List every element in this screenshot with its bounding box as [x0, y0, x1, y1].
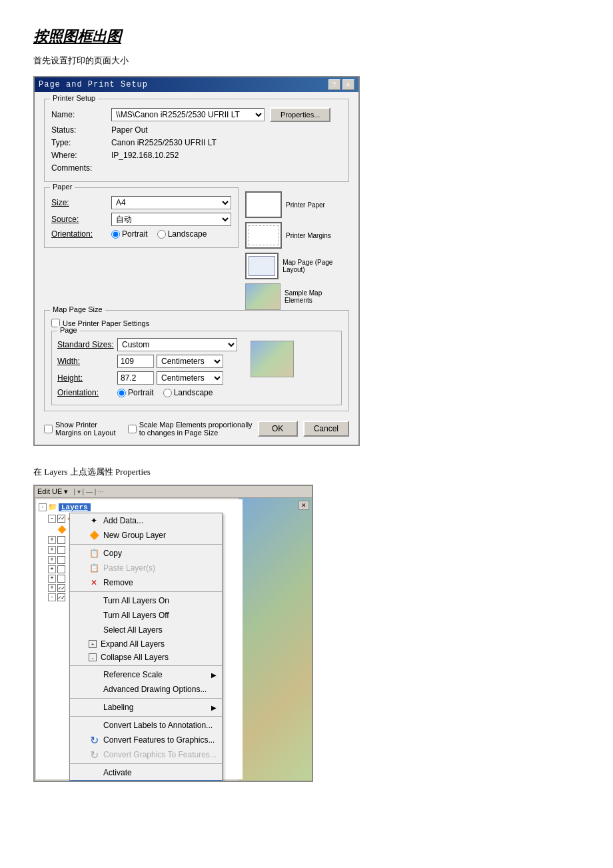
width-input[interactable]	[117, 355, 154, 368]
menu-convert-features-label: Convert Features to Graphics...	[103, 735, 215, 745]
tree-expand-8[interactable]: -	[48, 593, 56, 601]
close-layers-btn[interactable]: ✕	[299, 501, 309, 510]
menu-new-group[interactable]: 🔶 New Group Layer	[70, 528, 222, 543]
portrait-radio[interactable]	[111, 230, 120, 239]
menu-select-all[interactable]: Select All Layers	[70, 623, 222, 637]
menu-add-data[interactable]: ✦ Add Data...	[70, 513, 222, 528]
tree-expand-4[interactable]: +	[48, 556, 56, 564]
select-all-icon	[89, 625, 99, 635]
menu-paste: 📋 Paste Layer(s)	[70, 561, 222, 575]
printer-margins-label: Printer Margins	[286, 232, 331, 239]
menu-copy-label: Copy	[103, 549, 122, 558]
copy-menu-icon: 📋	[89, 548, 99, 559]
menu-reference-scale[interactable]: Reference Scale ▶	[70, 667, 222, 682]
tree-expand-1[interactable]: -	[48, 515, 56, 523]
menu-add-data-label: Add Data...	[103, 516, 143, 525]
close-dialog-btn[interactable]: ✕	[342, 79, 354, 90]
tree-cb-2[interactable]	[57, 536, 65, 544]
convert-features-icon: ↻	[89, 735, 99, 745]
labeling-icon	[89, 702, 99, 713]
scale-elements-checkbox-label[interactable]: Scale Map Elements proportionally to cha…	[128, 421, 258, 437]
comments-label: Comments:	[51, 163, 111, 173]
menu-turn-all-on-label: Turn All Layers On	[103, 596, 169, 605]
width-unit-select[interactable]: Centimeters	[157, 355, 223, 368]
tree-expand-6[interactable]: +	[48, 575, 56, 583]
name-label: Name:	[51, 110, 111, 119]
landscape-radio[interactable]	[157, 230, 166, 239]
menu-sep-4	[70, 698, 222, 699]
layers-toolbar[interactable]: Edit UE ▾ | ▾ | — | ···	[35, 486, 312, 498]
menu-advanced-drawing[interactable]: Advanced Drawing Options...	[70, 682, 222, 697]
portrait-radio-label[interactable]: Portrait	[111, 229, 148, 239]
tree-cb-5[interactable]	[57, 565, 65, 573]
map-landscape-label[interactable]: Landscape	[163, 388, 213, 397]
landscape-label: Landscape	[168, 229, 207, 239]
tree-expand-2[interactable]: +	[48, 536, 56, 544]
menu-collapse-all[interactable]: - Collapse All Layers	[70, 651, 222, 664]
map-landscape-radio[interactable]	[163, 389, 172, 397]
menu-sep-3	[70, 665, 222, 666]
map-portrait-label[interactable]: Portrait	[117, 388, 154, 397]
layers-folder-icon: 📁	[48, 503, 57, 511]
height-label: Height:	[57, 373, 117, 383]
menu-expand-all-label: Expand All Layers	[101, 639, 165, 649]
map-orientation-label: Orientation:	[57, 388, 117, 397]
tree-cb-8[interactable]: ✓	[57, 593, 65, 601]
std-sizes-label: Standard Sizes:	[57, 340, 117, 349]
menu-new-group-label: New Group Layer	[103, 531, 166, 540]
show-margins-checkbox[interactable]	[44, 425, 53, 433]
menu-labeling[interactable]: Labeling ▶	[70, 700, 222, 715]
tree-expand-5[interactable]: +	[48, 565, 56, 573]
ok-button[interactable]: OK	[258, 421, 298, 437]
tree-cb-1[interactable]: ✓	[57, 515, 65, 523]
landscape-radio-label[interactable]: Landscape	[157, 229, 207, 239]
printer-name-select[interactable]: \\MS\Canon iR2525/2530 UFRII LT	[111, 108, 265, 121]
height-unit-select[interactable]: Centimeters	[157, 371, 223, 385]
menu-convert-labels[interactable]: Convert Labels to Annotation...	[70, 718, 222, 733]
tree-expand-3[interactable]: +	[48, 546, 56, 554]
width-label: Width:	[57, 357, 117, 366]
menu-turn-all-on[interactable]: Turn All Layers On	[70, 593, 222, 608]
map-page-label: Map Page (Page Layout)	[283, 259, 349, 273]
menu-reference-scale-label: Reference Scale	[103, 670, 163, 679]
tree-cb-4[interactable]	[57, 556, 65, 564]
menu-copy[interactable]: 📋 Copy	[70, 546, 222, 561]
menu-expand-all[interactable]: + Expand All Layers	[70, 637, 222, 651]
expand-all-icon: +	[89, 640, 97, 648]
type-value: Canon iR2525/2530 UFRII LT	[111, 138, 217, 147]
help-btn[interactable]: ?	[328, 79, 340, 90]
source-select[interactable]: 自动	[111, 213, 231, 226]
height-input[interactable]	[117, 371, 154, 385]
tree-cb-6[interactable]	[57, 575, 65, 583]
show-margins-checkbox-label[interactable]: Show Printer Margins on Layout	[44, 421, 117, 437]
map-background	[239, 498, 312, 781]
tree-cb-7[interactable]: ✓	[57, 584, 65, 592]
menu-convert-features[interactable]: ↻ Convert Features to Graphics...	[70, 733, 222, 747]
menu-select-all-label: Select All Layers	[103, 625, 163, 635]
cancel-button[interactable]: Cancel	[303, 421, 349, 437]
menu-sep-1	[70, 544, 222, 545]
size-label: Size:	[51, 198, 111, 207]
where-label: Where:	[51, 151, 111, 160]
printer-margins-box	[245, 222, 282, 249]
root-collapse-btn[interactable]: -	[39, 503, 47, 511]
reference-scale-icon	[89, 669, 99, 680]
scale-elements-checkbox[interactable]	[128, 425, 137, 433]
turn-all-on-icon	[89, 595, 99, 606]
map-portrait-radio[interactable]	[117, 389, 126, 397]
standard-sizes-select[interactable]: Custom	[117, 338, 237, 351]
tree-expand-7[interactable]: +	[48, 584, 56, 592]
paper-legend: Paper	[50, 183, 75, 191]
menu-remove[interactable]: ✕ Remove	[70, 575, 222, 590]
map-portrait-text: Portrait	[128, 388, 154, 397]
tree-cb-3[interactable]	[57, 546, 65, 554]
properties-button[interactable]: Properties...	[270, 107, 330, 122]
menu-properties[interactable]: 📄 Properties...	[70, 780, 222, 781]
context-menu: ✦ Add Data... 🔶 New Group Layer 📋 Copy 📋…	[69, 513, 223, 781]
printer-paper-preview: Printer Paper	[245, 191, 349, 218]
activate-icon	[89, 767, 99, 778]
size-select[interactable]: A4	[111, 196, 231, 209]
menu-activate[interactable]: Activate	[70, 765, 222, 780]
menu-turn-all-off[interactable]: Turn All Layers Off	[70, 608, 222, 623]
menu-activate-label: Activate	[103, 768, 132, 777]
